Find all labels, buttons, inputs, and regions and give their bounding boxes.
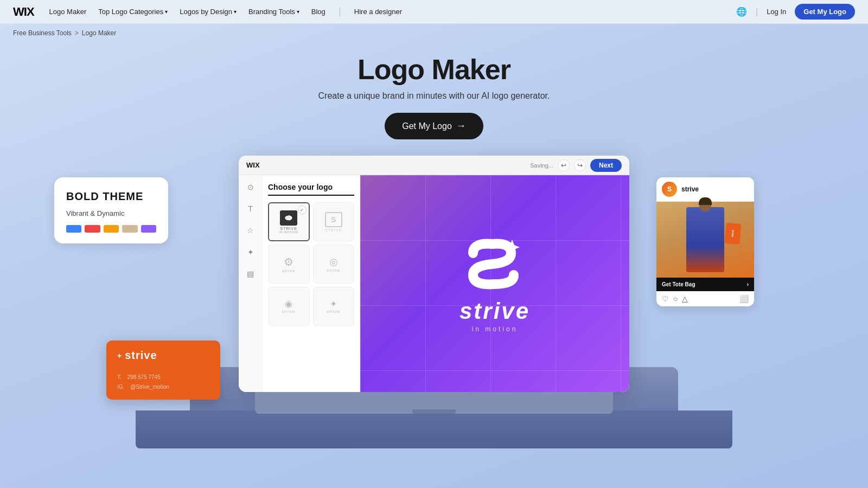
redo-button[interactable]: ↪ xyxy=(574,159,586,171)
ig-image: strive xyxy=(656,202,754,278)
sidebar-icon-text[interactable]: T xyxy=(244,202,257,215)
page-title: Logo Maker xyxy=(0,53,868,86)
main-section: BOLD THEME Vibrant & Dynamic WIX Saving.… xyxy=(0,145,868,448)
ig-avatar: S xyxy=(662,182,677,197)
biz-plus-icon: + xyxy=(117,351,122,360)
nav-link-logos-by-design[interactable]: Logos by Design ▾ xyxy=(180,8,237,16)
editor-sidebar: ⊙ T ☆ ✦ ▤ xyxy=(239,175,263,392)
editor-body: ⊙ T ☆ ✦ ▤ Choose your logo ✓ xyxy=(239,175,629,392)
nav-link-blog[interactable]: Blog xyxy=(311,8,326,16)
nav-link-top-categories[interactable]: Top Logo Categories ▾ xyxy=(98,8,168,16)
biz-phone-label: T. xyxy=(117,374,122,380)
nav-link-logo-maker[interactable]: Logo Maker xyxy=(49,8,87,16)
chevron-down-icon: ▾ xyxy=(234,9,237,15)
breadcrumb-separator: > xyxy=(75,29,79,37)
ig-username: strive xyxy=(681,185,699,193)
sidebar-icon-layers[interactable]: ▤ xyxy=(244,267,257,280)
nav-links: Logo Maker Top Logo Categories ▾ Logos b… xyxy=(49,7,721,17)
editor-panel: Choose your logo ✓ xyxy=(263,175,360,392)
nav-link-branding-tools[interactable]: Branding Tools ▾ xyxy=(248,8,299,16)
chevron-down-icon: ▾ xyxy=(165,9,168,15)
editor-frame: WIX Saving... ↩ ↪ Next ⊙ T ☆ ✦ ▤ xyxy=(239,156,629,392)
editor-topbar-right: Saving... ↩ ↪ Next xyxy=(530,159,622,172)
logo-option-5[interactable]: ◉ strive xyxy=(268,287,310,326)
breadcrumb: Free Business Tools > Logo Maker xyxy=(0,24,868,42)
ig-bookmark-icon[interactable]: ⬜ xyxy=(739,294,749,303)
navigation: WIX Logo Maker Top Logo Categories ▾ Log… xyxy=(0,0,868,24)
platform-bottom xyxy=(136,410,732,448)
ig-heart-icon[interactable]: ♡ xyxy=(662,294,669,303)
business-card: + strive T. 298 575 7745 IG. @Strive_mot… xyxy=(106,341,220,400)
biz-brand-name: strive xyxy=(125,349,157,362)
canvas-tagline: in motion xyxy=(459,325,530,333)
biz-logo: + strive xyxy=(117,349,209,362)
editor-next-button[interactable]: Next xyxy=(590,159,622,172)
nav-link-hire-designer[interactable]: Hire a designer xyxy=(354,8,402,16)
undo-button[interactable]: ↩ xyxy=(558,159,570,171)
nav-divider xyxy=(340,7,340,17)
instagram-card: S strive strive Get Tote Bag › ♡ ○ xyxy=(656,177,754,306)
breadcrumb-item-logo-maker: Logo Maker xyxy=(82,29,116,37)
hero-section: Logo Maker Create a unique brand in minu… xyxy=(0,42,868,145)
sidebar-icon-home[interactable]: ⊙ xyxy=(244,181,257,194)
logo-option-6[interactable]: ✦ strive xyxy=(313,287,355,326)
chevron-down-icon: ▾ xyxy=(297,9,299,15)
ig-share-icon[interactable]: △ xyxy=(682,294,688,303)
bold-theme-subtitle: Vibrant & Dynamic xyxy=(66,209,156,217)
swatch-amber[interactable] xyxy=(104,225,119,233)
login-link[interactable]: Log In xyxy=(767,8,786,16)
logo-grid: ✓ STRIVE IN MOTION xyxy=(268,202,354,326)
biz-ig-label: IG. xyxy=(117,384,124,390)
canvas-s-icon xyxy=(462,234,527,294)
logo-option-4[interactable]: ◎ strive xyxy=(313,245,355,284)
ig-left-icons: ♡ ○ △ xyxy=(662,294,688,303)
swatch-red[interactable] xyxy=(85,225,100,233)
ig-cta-text: Get Tote Bag xyxy=(662,281,695,287)
swatch-purple[interactable] xyxy=(141,225,156,233)
hero-subtitle: Create a unique brand in minutes with ou… xyxy=(0,91,868,101)
get-my-logo-hero-button[interactable]: Get My Logo → xyxy=(385,113,483,139)
editor-canvas: strive in motion xyxy=(360,175,629,392)
editor-wrapper: WIX Saving... ↩ ↪ Next ⊙ T ☆ ✦ ▤ xyxy=(239,156,629,414)
nav-right: 🌐 | Log In Get My Logo xyxy=(736,4,855,20)
bold-theme-title: BOLD THEME xyxy=(66,190,156,203)
canvas-brand-name: strive xyxy=(459,298,530,324)
swatch-tan[interactable] xyxy=(122,225,137,233)
editor-topbar: WIX Saving... ↩ ↪ Next xyxy=(239,156,629,175)
canvas-logo: strive in motion xyxy=(459,234,530,333)
ig-comment-icon[interactable]: ○ xyxy=(673,294,678,303)
swatch-blue[interactable] xyxy=(66,225,81,233)
wix-logo[interactable]: WIX xyxy=(13,5,34,19)
biz-info: T. 298 575 7745 IG. @Strive_motion xyxy=(117,373,209,392)
check-badge: ✓ xyxy=(298,206,307,214)
nav-pipe: | xyxy=(756,7,758,17)
bold-theme-card: BOLD THEME Vibrant & Dynamic xyxy=(54,177,168,243)
editor-saving-label: Saving... xyxy=(530,162,553,169)
sidebar-icon-star[interactable]: ☆ xyxy=(244,224,257,237)
globe-icon[interactable]: 🌐 xyxy=(736,7,747,17)
arrow-icon: → xyxy=(456,120,466,132)
ig-cta-arrow-icon: › xyxy=(747,281,749,287)
laptop-base xyxy=(255,392,613,414)
logo-option-1[interactable]: ✓ STRIVE IN MOTION xyxy=(268,202,310,241)
logo-option-3[interactable]: ⚙ strive xyxy=(268,245,310,284)
get-my-logo-nav-button[interactable]: Get My Logo xyxy=(795,4,855,20)
sidebar-icon-effects[interactable]: ✦ xyxy=(244,246,257,259)
panel-title: Choose your logo xyxy=(268,183,354,196)
ig-cta-bar[interactable]: Get Tote Bag › xyxy=(656,278,754,291)
logo-option-2[interactable]: S STRIVE xyxy=(313,202,355,241)
editor-brand-label: WIX xyxy=(246,161,260,169)
ig-actions: ♡ ○ △ ⬜ xyxy=(656,291,754,306)
breadcrumb-item-free-tools[interactable]: Free Business Tools xyxy=(13,29,72,37)
color-swatches xyxy=(66,225,156,233)
